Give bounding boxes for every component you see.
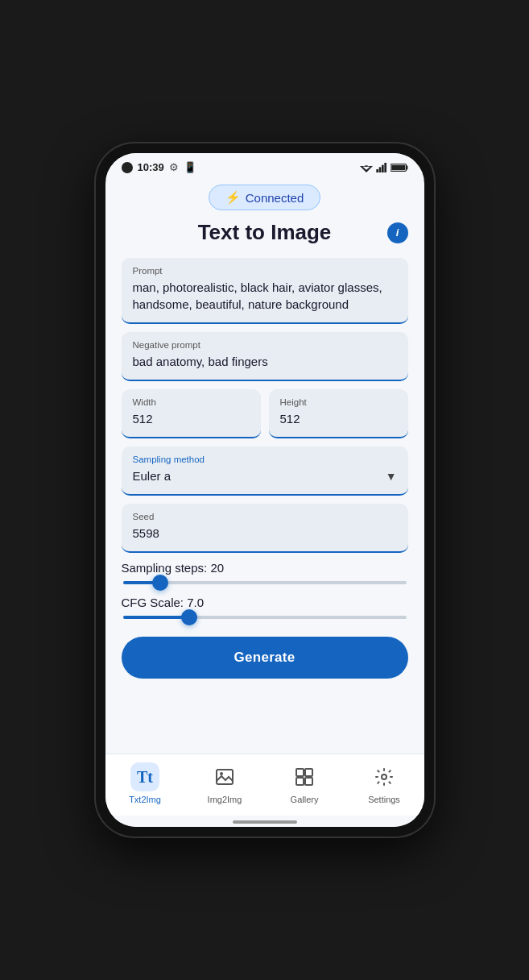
seed-label: Seed bbox=[133, 512, 397, 521]
page-title-row: Text to Image i bbox=[122, 220, 408, 245]
negative-prompt-label: Negative prompt bbox=[133, 340, 397, 350]
nav-item-settings[interactable]: Settings bbox=[360, 762, 408, 804]
home-indicator bbox=[105, 816, 424, 827]
sampling-steps-label: Sampling steps: 20 bbox=[122, 561, 408, 575]
bottom-nav: Tt Txt2Img Img2Img bbox=[105, 754, 424, 816]
sampling-steps-thumb[interactable] bbox=[152, 575, 168, 591]
img2img-icon bbox=[215, 767, 234, 787]
prompt-label: Prompt bbox=[133, 266, 397, 276]
svg-point-16 bbox=[382, 774, 386, 779]
img2img-icon-wrap bbox=[210, 762, 239, 791]
cfg-scale-track[interactable] bbox=[123, 616, 407, 619]
status-time: 10:39 bbox=[138, 161, 164, 173]
img2img-label: Img2Img bbox=[208, 795, 242, 804]
status-bar: 10:39 ⚙ 📱 bbox=[105, 153, 424, 178]
settings-status-icon: ⚙ bbox=[169, 161, 179, 173]
nav-item-img2img[interactable]: Img2Img bbox=[200, 762, 249, 804]
status-icons-right bbox=[360, 163, 408, 172]
gallery-icon-wrap bbox=[290, 762, 319, 791]
lightning-icon: ⚡ bbox=[225, 190, 241, 205]
txt2img-icon: Tt bbox=[137, 768, 153, 787]
home-bar bbox=[233, 820, 297, 824]
svg-point-11 bbox=[220, 772, 223, 775]
height-value: 512 bbox=[280, 410, 397, 427]
cfg-scale-section: CFG Scale: 7.0 bbox=[122, 596, 408, 619]
gallery-label: Gallery bbox=[291, 795, 319, 804]
connected-label: Connected bbox=[246, 191, 304, 205]
generate-button[interactable]: Generate bbox=[122, 637, 408, 679]
svg-rect-5 bbox=[382, 164, 384, 172]
phone-frame: 10:39 ⚙ 📱 bbox=[96, 143, 434, 837]
seed-field[interactable]: Seed 5598 bbox=[122, 504, 408, 553]
sampling-method-field[interactable]: Sampling method Euler a ▼ bbox=[122, 446, 408, 496]
svg-rect-8 bbox=[406, 165, 407, 169]
gallery-icon bbox=[295, 767, 314, 787]
sampling-steps-track[interactable] bbox=[123, 581, 407, 584]
sampling-steps-section: Sampling steps: 20 bbox=[122, 561, 408, 584]
page-title: Text to Image bbox=[198, 220, 332, 245]
sampling-method-label: Sampling method bbox=[133, 455, 397, 464]
nav-item-gallery[interactable]: Gallery bbox=[280, 762, 329, 804]
svg-rect-6 bbox=[384, 163, 386, 172]
settings-nav-icon bbox=[374, 767, 394, 787]
prompt-field[interactable]: Prompt man, photorealistic, black hair, … bbox=[122, 258, 408, 324]
cfg-scale-fill bbox=[123, 616, 189, 619]
seed-value: 5598 bbox=[133, 525, 397, 542]
content-area: ⚡ Connected Text to Image i Prompt man, … bbox=[105, 178, 424, 754]
sim-status-icon: 📱 bbox=[184, 161, 196, 173]
cfg-scale-label: CFG Scale: 7.0 bbox=[122, 596, 408, 609]
svg-rect-9 bbox=[391, 164, 405, 169]
negative-prompt-field[interactable]: Negative prompt bad anatomy, bad fingers bbox=[122, 332, 408, 381]
svg-rect-13 bbox=[305, 769, 312, 776]
settings-label: Settings bbox=[368, 795, 400, 804]
phone-screen: 10:39 ⚙ 📱 bbox=[105, 153, 424, 827]
width-value: 512 bbox=[133, 410, 250, 427]
connected-badge-wrap: ⚡ Connected bbox=[122, 185, 408, 210]
svg-rect-4 bbox=[378, 167, 381, 172]
nav-item-txt2img[interactable]: Tt Txt2Img bbox=[121, 762, 169, 804]
svg-rect-12 bbox=[296, 769, 304, 776]
svg-rect-15 bbox=[305, 778, 312, 785]
txt2img-icon-wrap: Tt bbox=[130, 762, 159, 791]
cfg-scale-thumb[interactable] bbox=[181, 609, 197, 625]
height-label: Height bbox=[280, 397, 397, 407]
width-label: Width bbox=[133, 397, 250, 407]
svg-rect-10 bbox=[217, 770, 233, 784]
height-field[interactable]: Height 512 bbox=[269, 389, 408, 438]
battery-icon bbox=[391, 163, 408, 172]
txt2img-label: Txt2Img bbox=[129, 795, 161, 804]
signal-icon bbox=[376, 163, 387, 172]
prompt-value: man, photorealistic, black hair, aviator… bbox=[133, 279, 397, 313]
status-left: 10:39 ⚙ 📱 bbox=[122, 161, 196, 173]
negative-prompt-value: bad anatomy, bad fingers bbox=[133, 353, 397, 370]
settings-icon-wrap bbox=[370, 762, 399, 791]
wifi-icon bbox=[360, 163, 373, 172]
dropdown-arrow-icon: ▼ bbox=[386, 470, 397, 483]
svg-rect-3 bbox=[376, 169, 378, 172]
sampling-method-value: Euler a bbox=[133, 467, 397, 484]
camera-dot bbox=[122, 162, 133, 173]
info-button[interactable]: i bbox=[387, 222, 408, 243]
width-field[interactable]: Width 512 bbox=[122, 389, 261, 438]
svg-rect-14 bbox=[296, 778, 304, 785]
connected-badge[interactable]: ⚡ Connected bbox=[209, 185, 321, 210]
width-height-row: Width 512 Height 512 bbox=[122, 389, 408, 438]
